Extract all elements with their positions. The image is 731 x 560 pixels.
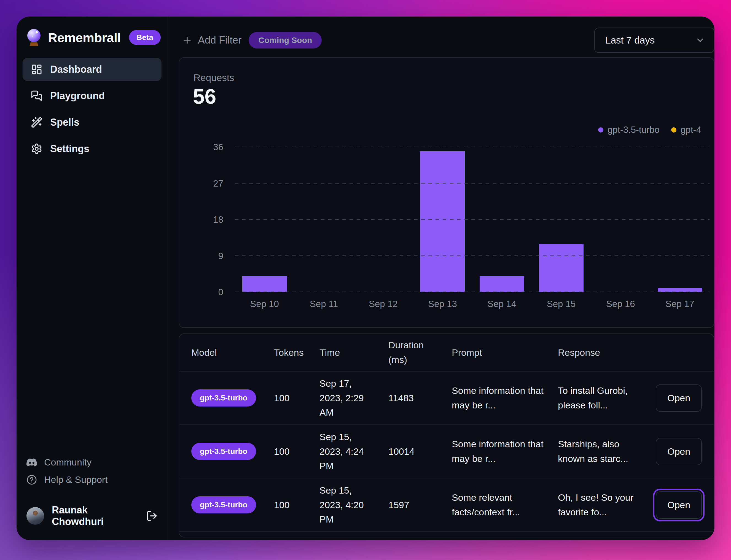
requests-chart-card: Requests 56 gpt-3.5-turbogpt-4 09182736 … [179,57,714,328]
sidebar-item-settings[interactable]: Settings [23,137,162,160]
sidebar-item-label: Playground [50,90,105,102]
layout-dashboard-icon [31,64,42,75]
table-body: gpt-3.5-turbo100Sep 17, 2023, 2:29 AM114… [179,371,714,532]
chevron-down-icon [695,35,705,45]
bar-slot-sep-12 [354,147,413,292]
bar-slot-sep-13 [413,147,472,292]
main-area: Add Filter Coming Soon Last 7 days Reque… [168,17,714,540]
requests-value: 56 [193,84,216,108]
x-axis-label: Sep 12 [354,299,413,309]
time-cell: Sep 17, 2023, 2:29 AM [319,376,370,420]
chat-bubbles-icon [31,90,42,102]
bar-gpt-3.5-turbo [539,244,584,292]
model-badge: gpt-3.5-turbo [191,389,256,406]
bar-gpt-3.5-turbo [420,151,465,292]
sidebar-footer: CommunityHelp & Support Raunak Chowdhuri [23,457,162,527]
chart-legend: gpt-3.5-turbogpt-4 [598,125,701,135]
magic-wand-icon [31,117,42,128]
x-axis-label: Sep 10 [235,299,294,309]
y-axis-tick: 18 [182,214,223,225]
table-row: gpt-3.5-turbo100Sep 17, 2023, 2:29 AM114… [179,371,714,425]
sidebar-item-playground[interactable]: Playground [23,84,162,107]
bar-chart-plot: 09182736 [235,147,709,292]
bar-gpt-3.5-turbo [242,276,287,292]
open-button[interactable]: Open [656,438,702,465]
sidebar-nav: DashboardPlaygroundSpellsSettings [23,58,162,160]
sidebar-link-community[interactable]: Community [26,457,158,468]
legend-entry-gpt-3.5-turbo: gpt-3.5-turbo [598,125,660,135]
sidebar-item-label: Spells [50,117,79,128]
gridline-y-27 [235,183,709,184]
table-row: gpt-3.5-turbo100Sep 15, 2023, 4:24 PM100… [179,425,714,478]
avatar [26,507,44,525]
legend-dot [598,127,603,133]
add-filter-label: Add Filter [198,34,241,46]
bar-slot-sep-16 [591,147,650,292]
bar-slot-sep-11 [294,147,353,292]
sidebar-footer-links: CommunityHelp & Support [26,457,158,485]
requests-label: Requests [193,72,234,83]
gridline-y-9 [235,255,709,256]
bar-slot-sep-14 [472,147,531,292]
beta-badge: Beta [129,30,161,45]
tokens-cell: 100 [274,500,319,510]
plus-icon [182,35,192,45]
gridline-y-0 [235,292,709,292]
sidebar-item-spells[interactable]: Spells [23,111,162,134]
column-header-duration: Duration (ms) [388,338,435,367]
sidebar-item-dashboard[interactable]: Dashboard [23,58,162,81]
sidebar-item-label: Settings [50,143,89,155]
bar-slot-sep-17 [650,147,709,292]
bar-slot-sep-10 [235,147,294,292]
desktop-background: Remembrall Beta DashboardPlaygroundSpell… [0,0,731,560]
date-range-select[interactable]: Last 7 days [594,28,714,53]
bar-slot-sep-15 [531,147,591,292]
date-range-value: Last 7 days [605,35,655,46]
open-button[interactable]: Open [656,491,702,519]
model-badge: gpt-3.5-turbo [191,443,256,460]
user-row: Raunak Chowdhuri [26,504,158,527]
duration-cell: 1597 [388,500,452,510]
requests-table-card: Model Tokens Time Duration (ms) Prompt R… [179,333,714,537]
prompt-cell: Some relevant facts/context fr... [452,490,548,519]
time-cell: Sep 15, 2023, 4:24 PM [319,430,370,473]
y-axis-tick: 0 [182,287,223,297]
gear-icon [31,143,42,155]
column-header-time: Time [319,347,388,358]
table-header-row: Model Tokens Time Duration (ms) Prompt R… [179,334,714,371]
legend-label: gpt-3.5-turbo [608,125,660,135]
response-cell: To install Gurobi, please foll... [558,383,645,412]
x-axis-label: Sep 16 [591,299,650,309]
sidebar-link-help-support[interactable]: Help & Support [26,474,158,485]
app-window: Remembrall Beta DashboardPlaygroundSpell… [17,17,714,540]
sidebar-link-label: Help & Support [44,474,108,485]
y-axis-tick: 36 [182,142,223,152]
prompt-cell: Some information that may be r... [452,383,548,412]
add-filter-button[interactable]: Add Filter [179,34,241,46]
sidebar: Remembrall Beta DashboardPlaygroundSpell… [17,17,168,540]
x-axis-label: Sep 14 [472,299,531,309]
x-axis-label: Sep 15 [531,299,591,309]
help-circle-icon [26,475,37,485]
coming-soon-badge: Coming Soon [249,32,322,49]
tokens-cell: 100 [274,393,319,403]
logout-icon[interactable] [146,510,158,522]
legend-label: gpt-4 [681,125,701,135]
duration-cell: 11483 [388,393,452,403]
gridline-y-18 [235,219,709,220]
column-header-model: Model [191,347,274,358]
topbar: Add Filter Coming Soon Last 7 days [179,28,714,53]
app-logo-row: Remembrall Beta [23,28,162,47]
table-row: gpt-3.5-turbo100Sep 15, 2023, 4:20 PM159… [179,478,714,532]
y-axis-tick: 9 [182,251,223,261]
sidebar-link-label: Community [44,457,92,468]
model-badge: gpt-3.5-turbo [191,496,256,513]
discord-icon [26,457,37,468]
x-axis-label: Sep 13 [413,299,472,309]
open-button[interactable]: Open [656,384,702,412]
gridline-y-36 [235,147,709,147]
x-axis-label: Sep 11 [294,299,353,309]
sidebar-item-label: Dashboard [50,64,102,75]
response-cell: Oh, I see! So your favorite fo... [558,490,645,519]
user-name: Raunak Chowdhuri [52,504,138,527]
